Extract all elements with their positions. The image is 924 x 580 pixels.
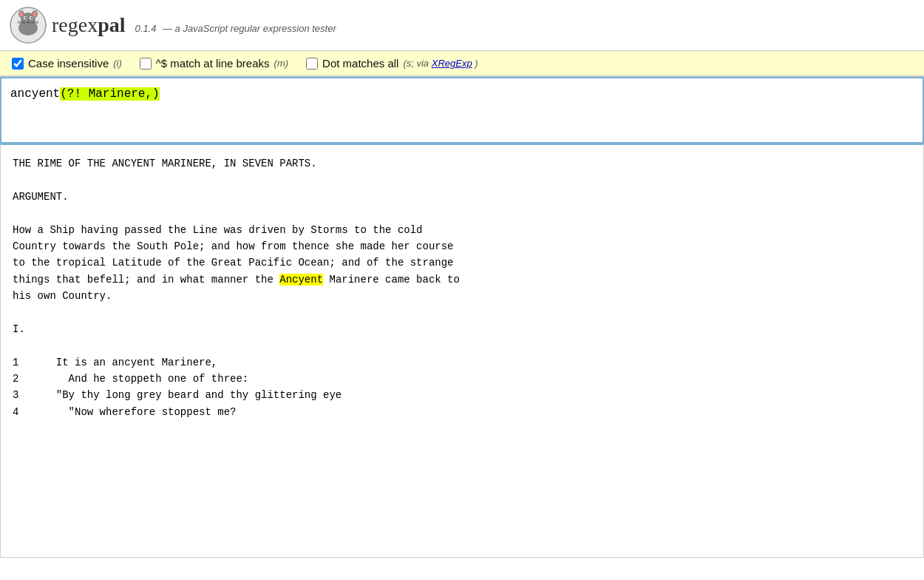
svg-point-6: [31, 17, 33, 18]
line-para1-3: to the tropical Latitude of the Great Pa…: [13, 254, 911, 271]
line-verse-3: 3 "By thy long grey beard and thy glitte…: [13, 387, 911, 403]
app-tagline: — a JavaScript regular expression tester: [163, 23, 336, 34]
case-insensitive-flag: (i): [113, 58, 122, 69]
match-highlight: Ancyent: [279, 274, 323, 286]
case-insensitive-option: Case insensitive (i): [12, 57, 122, 70]
line-verse-4: 4 "Now wherefore stoppest me?: [13, 404, 911, 420]
dotall-label[interactable]: Dot matches all: [322, 57, 398, 70]
dotall-checkbox[interactable]: [306, 58, 318, 70]
multiline-flag: (m): [274, 58, 289, 69]
regex-group: (?! Marinere,): [60, 87, 159, 101]
regex-prefix: ancyent: [10, 87, 60, 101]
regex-display[interactable]: ancyent(?! Marinere,): [10, 86, 914, 102]
svg-point-11: [27, 21, 30, 23]
line-para1-4: things that befell; and in what manner t…: [13, 272, 911, 288]
multiline-checkbox[interactable]: [140, 58, 152, 70]
app-name: regexpal: [52, 13, 131, 36]
options-toolbar: Case insensitive (i) ^$ match at line br…: [0, 51, 924, 77]
app-version: 0.1.4: [135, 23, 157, 34]
app-header: regexpal 0.1.4 — a JavaScript regular ex…: [0, 0, 924, 51]
line-verse-1: 1 It is an ancyent Marinere,: [13, 354, 911, 371]
line-1: THE RIME OF THE ANCYENT MARINERE, IN SEV…: [13, 155, 911, 172]
case-insensitive-checkbox[interactable]: [12, 58, 24, 70]
regex-input-container[interactable]: ancyent(?! Marinere,): [0, 77, 924, 144]
line-argument: ARGUMENT.: [13, 189, 911, 205]
svg-point-9: [20, 12, 24, 17]
line-verse-2: 2 And he stoppeth one of three:: [13, 371, 911, 387]
line-para1-1: How a Ship having passed the Line was dr…: [13, 222, 911, 238]
line-para1-2: Country towards the South Pole; and how …: [13, 238, 911, 254]
text-content-area[interactable]: THE RIME OF THE ANCYENT MARINERE, IN SEV…: [0, 144, 924, 558]
dotall-option: Dot matches all (s; via XRegExp ): [306, 57, 478, 70]
dotall-flag: (s; via XRegExp ): [403, 58, 478, 69]
xregexp-link[interactable]: XRegExp: [432, 58, 472, 69]
svg-point-5: [25, 17, 27, 18]
logo-area: regexpal 0.1.4 — a JavaScript regular ex…: [9, 6, 336, 44]
case-insensitive-label[interactable]: Case insensitive: [28, 57, 109, 70]
line-para1-5: his own Country.: [13, 288, 911, 304]
logo-icon: [9, 6, 47, 44]
logo-text-area: regexpal 0.1.4 — a JavaScript regular ex…: [52, 13, 336, 37]
multiline-option: ^$ match at line breaks (m): [140, 57, 288, 70]
svg-point-10: [33, 12, 37, 17]
line-section-i: I.: [13, 321, 911, 337]
multiline-label[interactable]: ^$ match at line breaks: [156, 57, 270, 70]
